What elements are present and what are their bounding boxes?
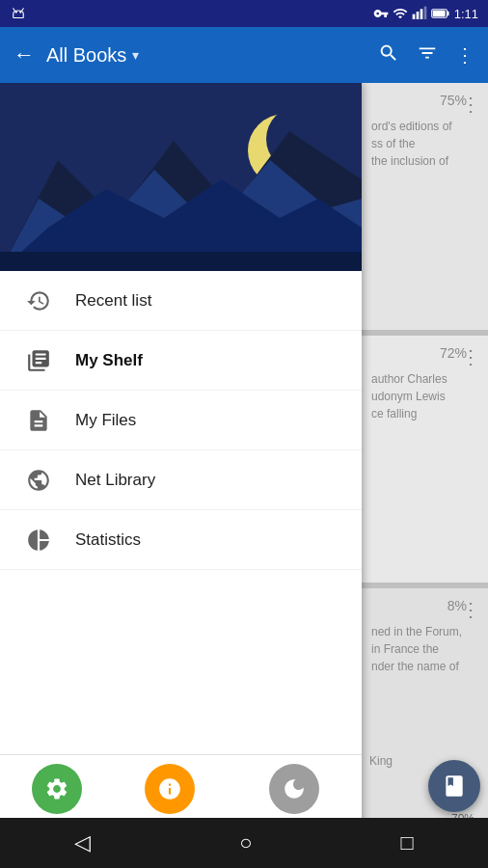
status-icons-right: 1:11 [373, 6, 478, 21]
svg-rect-6 [420, 9, 422, 19]
book-text-2: author Charles udonym Lewis ce falling [371, 370, 457, 422]
about-circle [145, 764, 195, 814]
drawer-menu: Recent list My Shelf My Files [0, 271, 362, 754]
book-text-3: ned in the Forum, in France the nder the… [371, 623, 472, 675]
content-panel: ⋮ 75% ord's editions of ss of the the in… [362, 83, 488, 841]
recent-list-label: Recent list [75, 291, 151, 311]
svg-rect-7 [423, 7, 426, 19]
my-shelf-label: My Shelf [75, 351, 143, 370]
sidebar-item-statistics[interactable]: Statistics [0, 510, 362, 570]
android-icon [10, 5, 27, 22]
status-icons-left [10, 5, 27, 22]
statistics-icon [21, 523, 56, 557]
svg-rect-17 [0, 252, 362, 271]
svg-rect-5 [416, 12, 419, 19]
main-layout: Recent list My Shelf My Files [0, 83, 488, 841]
sidebar-item-my-files[interactable]: My Files [0, 391, 362, 450]
time-display: 1:11 [454, 7, 478, 21]
book-card-3: ⋮ 8% ned in the Forum, in France the nde… [362, 588, 488, 841]
fab-button[interactable] [428, 760, 480, 812]
svg-line-3 [22, 9, 24, 11]
night-theme-circle [269, 764, 319, 814]
night-scene-svg [0, 83, 362, 271]
more-vert-icon[interactable]: ⋮ [455, 43, 474, 67]
dropdown-arrow-icon[interactable]: ▾ [132, 47, 139, 63]
my-files-label: My Files [75, 411, 136, 430]
app-bar-title: All Books ▾ [46, 44, 378, 67]
recent-list-icon [21, 284, 56, 318]
king-label: King [369, 754, 393, 768]
nav-back-button[interactable]: ◁ [55, 823, 110, 863]
vpn-key-icon [373, 6, 389, 21]
svg-rect-4 [412, 14, 415, 19]
book-card-2: ⋮ 72% author Charles udonym Lewis ce fal… [362, 336, 488, 588]
net-library-label: Net Library [75, 471, 155, 490]
progress-pct-1: 75% [440, 93, 467, 108]
svg-rect-10 [432, 11, 445, 16]
progress-pct-3: 8% [447, 598, 467, 613]
navigation-drawer: Recent list My Shelf My Files [0, 83, 362, 841]
app-bar: ← All Books ▾ ⋮ [0, 27, 488, 83]
book-text-1: ord's editions of ss of the the inclusio… [371, 118, 462, 170]
statistics-label: Statistics [75, 530, 141, 550]
sidebar-item-recent-list[interactable]: Recent list [0, 271, 362, 331]
drawer-header [0, 83, 362, 271]
nav-recents-button[interactable]: □ [382, 823, 433, 863]
my-files-icon [21, 403, 56, 438]
svg-rect-9 [447, 12, 448, 15]
search-icon[interactable] [378, 42, 399, 68]
wifi-icon [393, 6, 408, 21]
my-shelf-icon [21, 343, 56, 378]
battery-icon [431, 6, 450, 21]
sidebar-item-net-library[interactable]: Net Library [0, 450, 362, 510]
progress-pct-2: 72% [440, 345, 467, 361]
options-circle [32, 764, 82, 814]
nav-home-button[interactable]: ○ [220, 823, 271, 863]
sidebar-item-my-shelf[interactable]: My Shelf [0, 331, 362, 391]
book-card-1: ⋮ 75% ord's editions of ss of the the in… [362, 83, 488, 336]
navigation-bar: ◁ ○ □ [0, 818, 488, 868]
status-bar: 1:11 [0, 0, 488, 27]
back-button[interactable]: ← [14, 42, 35, 68]
net-library-icon [21, 463, 56, 498]
filter-icon[interactable] [417, 42, 438, 68]
svg-line-2 [14, 9, 15, 11]
signal-icon [412, 6, 427, 21]
app-bar-actions: ⋮ [378, 42, 474, 68]
